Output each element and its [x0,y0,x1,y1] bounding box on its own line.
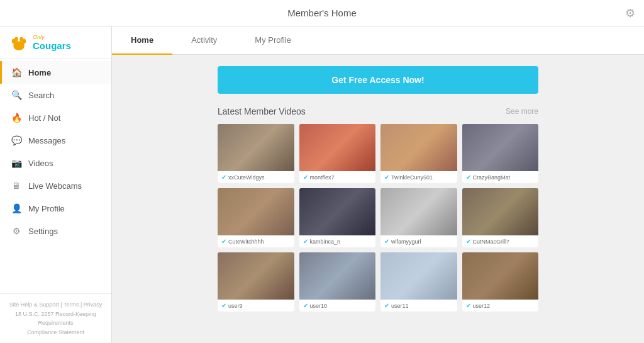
video-card[interactable]: ✔ user12 [462,252,539,312]
tabs: HomeActivityMy Profile [112,26,644,55]
home-icon: 🏠 [11,67,22,78]
sidebar-item-my-profile[interactable]: 👤 My Profile [0,197,111,220]
verified-icon: ✔ [384,302,389,309]
video-card[interactable]: ✔ CuteWitchhhh [218,188,294,247]
footer-compliance: 18 U.S.C. 2257 Record-Keeping Requiremen… [15,311,96,326]
logo: Only Cougars [0,26,111,59]
footer-terms-link[interactable]: Terms [64,301,79,308]
video-card[interactable]: ✔ CrazyBangMat [462,124,539,183]
verified-icon: ✔ [221,238,226,245]
video-grid: ✔ xxCuteWidgys ✔ montflex7 ✔ TwinkleCuny… [218,124,538,312]
video-thumb [299,252,376,300]
verified-icon: ✔ [384,238,389,245]
video-card[interactable]: ✔ xxCuteWidgys [218,124,294,183]
verified-icon: ✔ [303,174,308,181]
messages-icon: 💬 [11,135,22,146]
video-label: ✔ xxCuteWidgys [218,171,294,183]
hot-not-icon: 🔥 [11,112,22,123]
video-label: ✔ user10 [299,300,376,312]
settings-icon: ⚙ [11,225,22,237]
tab-home[interactable]: Home [112,26,172,55]
search-icon: 🔍 [11,89,22,101]
video-thumb [380,188,457,235]
video-label: ✔ CutNMacGrill7 [462,235,539,247]
video-label: ✔ kambinca_n [299,235,376,247]
verified-icon: ✔ [466,238,471,245]
main-content: Get Free Access Now! Latest Member Video… [112,55,644,343]
footer-privacy-link[interactable]: Privacy [84,301,103,308]
svg-point-4 [19,37,23,42]
video-card[interactable]: ✔ user11 [380,252,457,312]
cta-button[interactable]: Get Free Access Now! [218,66,538,94]
video-thumb [380,252,457,300]
sidebar-item-search[interactable]: 🔍 Search [0,84,111,106]
username: CrazyBangMat [473,174,511,181]
logo-cougars: Cougars [33,41,71,52]
sidebar-label-messages: Messages [28,136,65,145]
verified-icon: ✔ [221,174,226,181]
verified-icon: ✔ [466,302,471,309]
video-thumb [380,124,457,171]
sidebar-label-search: Search [28,91,54,100]
video-card[interactable]: ✔ CutNMacGrill7 [462,188,539,247]
paw-icon [9,33,29,53]
video-card[interactable]: ✔ wifamyygurl [380,188,457,247]
video-thumb [218,188,294,235]
username: montflex7 [310,174,335,181]
username: kambinca_n [310,239,341,245]
live-webcams-icon: 🖥 [11,180,22,191]
username: xxCuteWidgys [228,174,265,181]
footer-help-link[interactable]: Site Help & Support [9,301,59,308]
video-thumb [299,124,376,171]
sidebar-item-hot-not[interactable]: 🔥 Hot / Not [0,106,111,129]
sidebar-item-videos[interactable]: 📷 Videos [0,152,111,174]
tab-activity[interactable]: Activity [172,26,236,55]
see-more-link[interactable]: See more [506,107,538,116]
verified-icon: ✔ [303,238,308,245]
username: user10 [310,303,328,309]
username: user12 [473,303,491,309]
video-label: ✔ user11 [380,300,457,312]
username: TwinkleCuny501 [391,174,433,181]
username: user9 [228,303,243,309]
video-thumb [462,124,539,171]
sidebar-item-home[interactable]: 🏠 Home [0,61,111,84]
video-label: ✔ CuteWitchhhh [218,235,294,247]
videos-icon: 📷 [11,157,22,169]
video-card[interactable]: ✔ kambinca_n [299,188,376,247]
content-area: HomeActivityMy Profile Get Free Access N… [112,26,644,343]
video-label: ✔ montflex7 [299,171,376,183]
video-thumb [299,188,376,235]
username: user11 [391,303,409,309]
sidebar-item-live-webcams[interactable]: 🖥 Live Webcams [0,174,111,197]
video-card[interactable]: ✔ user10 [299,252,376,312]
logo-text: Only Cougars [33,35,71,51]
username: CutNMacGrill7 [473,239,510,245]
video-thumb [218,252,294,300]
sidebar-item-settings[interactable]: ⚙ Settings [0,220,111,242]
video-thumb [462,252,539,300]
gear-icon[interactable]: ⚙ [625,6,635,20]
video-thumb [218,124,294,171]
video-label: ✔ CrazyBangMat [462,171,539,183]
video-thumb [462,188,539,235]
page-title: Member's Home [287,8,357,18]
top-bar: Member's Home ⚙ [0,0,644,26]
video-label: ✔ user9 [218,300,294,312]
sidebar-item-messages[interactable]: 💬 Messages [0,129,111,152]
sidebar-label-hot-not: Hot / Not [28,113,60,123]
username: wifamyygurl [391,239,421,245]
sidebar-nav: 🏠 Home 🔍 Search 🔥 Hot / Not 💬 Messages 📷… [0,59,111,293]
tab-my-profile[interactable]: My Profile [236,26,310,55]
verified-icon: ✔ [466,174,471,181]
my-profile-icon: 👤 [11,203,22,214]
sidebar-label-settings: Settings [28,227,58,236]
video-label: ✔ wifamyygurl [380,235,457,247]
video-card[interactable]: ✔ user9 [218,252,294,312]
video-card[interactable]: ✔ montflex7 [299,124,376,183]
sidebar-label-videos: Videos [28,159,53,168]
video-card[interactable]: ✔ TwinkleCuny501 [380,124,457,183]
username: CuteWitchhhh [228,239,264,245]
sidebar: Only Cougars 🏠 Home 🔍 Search 🔥 Hot / Not… [0,26,112,343]
main-layout: Only Cougars 🏠 Home 🔍 Search 🔥 Hot / Not… [0,26,644,343]
